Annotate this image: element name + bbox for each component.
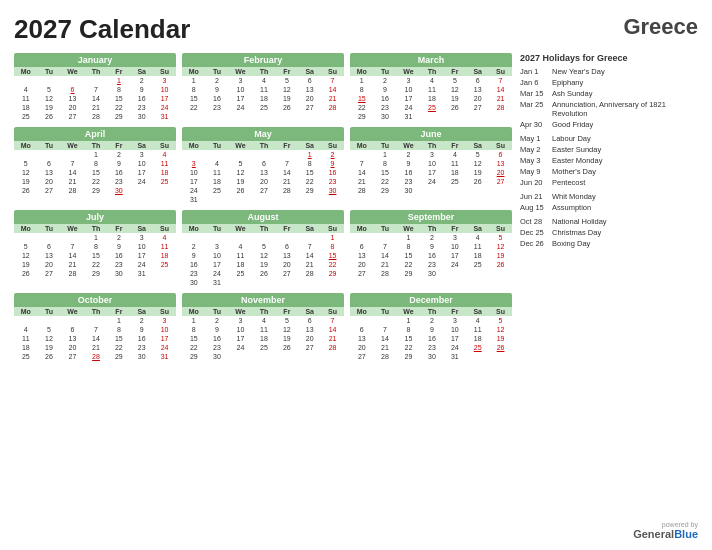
day-cell: 14 (298, 251, 321, 260)
day-cell: 28 (374, 352, 397, 361)
month-block-august: AugustMoTuWeThFrSaSu12345678910111213141… (182, 210, 344, 287)
day-cell: 29 (396, 269, 420, 278)
day-cell (275, 150, 298, 159)
holiday-item: Dec 25Christmas Day (520, 228, 698, 237)
day-cell (275, 233, 298, 242)
day-cell (350, 316, 374, 325)
day-cell: 5 (38, 85, 61, 94)
day-cell: 25 (466, 260, 489, 269)
day-cell: 2 (206, 76, 229, 85)
day-cell: 20 (60, 343, 84, 352)
day-cell (298, 195, 321, 204)
month-title-july: July (14, 210, 176, 224)
holiday-item: May 3Easter Monday (520, 156, 698, 165)
day-cell: 16 (182, 260, 206, 269)
day-cell: 7 (350, 159, 374, 168)
day-cell: 5 (489, 316, 512, 325)
day-cell: 23 (107, 260, 130, 269)
day-cell: 8 (85, 242, 108, 251)
day-cell: 1 (182, 76, 206, 85)
day-cell: 25 (206, 186, 229, 195)
day-cell: 1 (298, 150, 321, 159)
day-cell: 18 (421, 94, 444, 103)
day-cell: 9 (421, 325, 444, 334)
day-cell: 2 (321, 150, 344, 159)
day-cell: 25 (228, 269, 252, 278)
day-cell: 30 (182, 278, 206, 287)
day-cell (14, 76, 38, 85)
day-cell (466, 352, 489, 361)
months-row-3: OctoberMoTuWeThFrSaSu1234567891011121314… (14, 293, 512, 361)
day-cell: 21 (321, 334, 344, 343)
day-cell (421, 186, 444, 195)
day-cell: 29 (85, 269, 108, 278)
holiday-date: Apr 30 (520, 120, 548, 129)
day-cell: 26 (443, 103, 466, 112)
day-cell: 27 (298, 343, 321, 352)
holiday-name: Christmas Day (552, 228, 601, 237)
day-cell: 16 (206, 334, 229, 343)
day-cell: 23 (130, 103, 153, 112)
day-cell: 4 (206, 159, 229, 168)
day-cell: 6 (298, 76, 321, 85)
month-grid-december: MoTuWeThFrSaSu12345678910111213141516171… (350, 307, 512, 361)
day-cell (489, 112, 512, 121)
month-title-november: November (182, 293, 344, 307)
holiday-name: Boxing Day (552, 239, 590, 248)
day-cell: 21 (374, 343, 397, 352)
day-cell: 8 (350, 85, 374, 94)
day-cell: 9 (130, 85, 153, 94)
day-cell: 4 (228, 242, 252, 251)
holiday-item: Jun 21Whit Monday (520, 192, 698, 201)
day-cell: 19 (38, 103, 61, 112)
day-cell (206, 150, 229, 159)
day-cell: 25 (153, 177, 176, 186)
day-cell: 22 (107, 103, 130, 112)
day-cell: 6 (275, 242, 298, 251)
day-cell: 23 (396, 177, 420, 186)
day-cell: 23 (182, 269, 206, 278)
day-cell: 24 (153, 103, 176, 112)
day-cell: 1 (350, 76, 374, 85)
holiday-name: Easter Monday (552, 156, 602, 165)
day-cell: 2 (182, 242, 206, 251)
day-cell: 15 (374, 168, 397, 177)
day-cell: 30 (107, 269, 130, 278)
day-cell: 24 (443, 260, 466, 269)
holiday-name: Annunciation, Anniversary of 1821 Revolu… (552, 100, 698, 118)
day-cell: 4 (153, 233, 176, 242)
day-cell: 10 (443, 242, 466, 251)
day-cell: 3 (130, 233, 153, 242)
day-cell (443, 112, 466, 121)
day-cell: 27 (60, 352, 84, 361)
day-cell: 25 (421, 103, 444, 112)
day-cell: 11 (253, 325, 276, 334)
month-title-june: June (350, 127, 512, 141)
day-cell: 12 (14, 168, 38, 177)
day-cell: 13 (489, 159, 512, 168)
day-cell: 28 (321, 103, 344, 112)
day-cell: 8 (182, 325, 206, 334)
day-cell: 12 (275, 85, 298, 94)
month-grid-august: MoTuWeThFrSaSu12345678910111213141516171… (182, 224, 344, 287)
country-title: Greece (623, 14, 698, 40)
header: 2027 Calendar Greece (14, 14, 698, 45)
day-cell: 17 (421, 168, 444, 177)
day-cell: 13 (298, 325, 321, 334)
day-cell: 16 (130, 94, 153, 103)
day-cell: 30 (321, 186, 344, 195)
holiday-date: Jan 6 (520, 78, 548, 87)
day-cell: 8 (374, 159, 397, 168)
page-title: 2027 Calendar (14, 14, 190, 45)
day-cell (60, 150, 84, 159)
month-block-october: OctoberMoTuWeThFrSaSu1234567891011121314… (14, 293, 176, 361)
month-block-november: NovemberMoTuWeThFrSaSu123456789101112131… (182, 293, 344, 361)
day-cell: 29 (298, 186, 321, 195)
holiday-item: Jun 20Pentecost (520, 178, 698, 187)
day-cell: 28 (374, 269, 397, 278)
day-cell: 1 (107, 316, 130, 325)
day-cell: 4 (14, 325, 38, 334)
day-cell: 18 (443, 168, 466, 177)
day-cell: 4 (14, 85, 38, 94)
day-cell: 26 (489, 343, 512, 352)
